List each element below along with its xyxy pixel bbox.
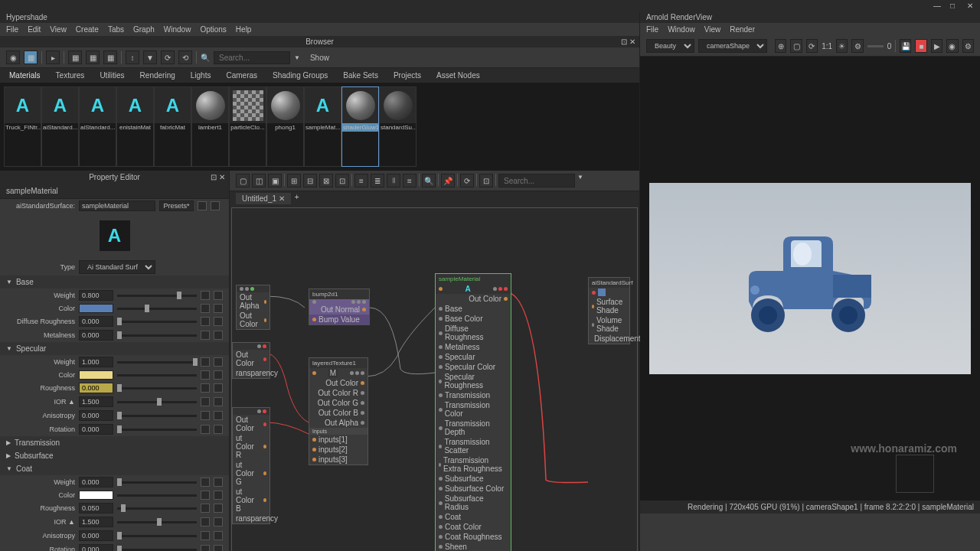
graph-tool2-icon[interactable]: ◫ bbox=[252, 174, 266, 187]
render-save-icon[interactable]: 💾 bbox=[900, 39, 911, 53]
search-input[interactable] bbox=[214, 51, 290, 64]
graph-layout2-icon[interactable]: ≣ bbox=[371, 174, 384, 187]
material-swatch[interactable]: AaiStandard... bbox=[79, 86, 116, 167]
tab-shading-groups[interactable]: Shading Groups bbox=[270, 70, 331, 81]
menu-view[interactable]: View bbox=[50, 25, 67, 34]
graph-layout3-icon[interactable]: ⫴ bbox=[387, 174, 400, 187]
menu-tabs[interactable]: Tabs bbox=[108, 25, 124, 34]
arnold-menu-view[interactable]: View bbox=[704, 25, 721, 34]
browser-dock-icon[interactable]: ⊡ bbox=[621, 37, 627, 46]
material-swatch[interactable]: ATruck_FINtr... bbox=[4, 86, 41, 167]
material-swatch[interactable]: phong1 bbox=[266, 86, 304, 167]
arnold-menu-window[interactable]: Window bbox=[668, 25, 695, 34]
material-swatch[interactable]: AsampleMat... bbox=[304, 86, 341, 167]
render-stop-icon[interactable]: ■ bbox=[915, 39, 926, 53]
spec-roughness-input[interactable] bbox=[79, 383, 113, 393]
node-bump2d[interactable]: bump2d1 Out Normal Bump Value bbox=[309, 289, 370, 325]
base-color-swatch[interactable] bbox=[79, 304, 113, 313]
tool-sort-icon[interactable]: ↕ bbox=[126, 51, 139, 64]
tab-rendering[interactable]: Rendering bbox=[137, 70, 178, 81]
render-play-icon[interactable]: ▶ bbox=[931, 39, 942, 53]
tool-material-icon[interactable]: ▦ bbox=[24, 51, 38, 64]
node-layered-texture[interactable]: layeredTexture1 M Out Color Out Color R … bbox=[309, 357, 368, 465]
node-shading-group[interactable]: aiStandardSurf Surface Shade Volume Shad… bbox=[588, 277, 630, 344]
diffuse-roughness-input[interactable] bbox=[79, 316, 113, 327]
tool-more-icon[interactable]: ⟲ bbox=[178, 51, 192, 64]
tab-materials[interactable]: Materials bbox=[6, 70, 44, 81]
maximize-button[interactable]: □ bbox=[950, 2, 959, 11]
metalness-input[interactable] bbox=[79, 330, 113, 341]
graph-tool5-icon[interactable]: ⊟ bbox=[303, 174, 317, 187]
tool-node-icon[interactable]: ◉ bbox=[6, 51, 20, 64]
tool-grid1-icon[interactable]: ▦ bbox=[68, 51, 82, 64]
section-specular[interactable]: ▼Specular bbox=[0, 342, 229, 355]
type-dropdown[interactable]: Ai Standard Surface bbox=[79, 260, 155, 274]
graph-tool1-icon[interactable]: ▢ bbox=[236, 174, 250, 187]
graph-tool7-icon[interactable]: ⊡ bbox=[335, 174, 349, 187]
surface-name-input[interactable] bbox=[79, 201, 155, 211]
render-ratio[interactable]: 1:1 bbox=[822, 42, 832, 51]
section-transmission[interactable]: ▶Transmission bbox=[0, 436, 229, 449]
material-swatch[interactable]: standardSu... bbox=[379, 86, 416, 167]
aov-dropdown[interactable]: Beauty bbox=[646, 39, 694, 53]
focus-icon[interactable] bbox=[198, 201, 207, 210]
material-swatch[interactable]: shaderGlow1 bbox=[341, 86, 379, 167]
close-button[interactable]: ✕ bbox=[967, 2, 976, 11]
node-file2[interactable]: Out Color ransparency bbox=[232, 342, 270, 379]
tab-lights[interactable]: Lights bbox=[188, 70, 214, 81]
graph-sync-icon[interactable]: ⟳ bbox=[460, 174, 474, 187]
node-file1[interactable]: Out Alpha Out Color bbox=[236, 285, 270, 330]
coat-color-swatch[interactable] bbox=[79, 491, 113, 500]
material-swatch[interactable]: AenistainMat bbox=[116, 86, 154, 167]
render-ipr-icon[interactable]: ◉ bbox=[946, 39, 958, 53]
map-icon[interactable] bbox=[201, 291, 210, 300]
coat-aniso-input[interactable] bbox=[79, 530, 113, 541]
graph-frame-icon[interactable]: ⊡ bbox=[479, 174, 493, 187]
tab-utilities[interactable]: Utilities bbox=[96, 70, 127, 81]
spec-ior-input[interactable] bbox=[79, 396, 113, 407]
render-refresh-icon[interactable]: ⟳ bbox=[806, 39, 818, 53]
material-swatch[interactable]: AaiStandard... bbox=[41, 86, 79, 167]
tool-io-icon[interactable]: ▸ bbox=[46, 51, 60, 64]
graph-layout1-icon[interactable]: ≡ bbox=[354, 174, 368, 187]
graph-tool3-icon[interactable]: ▣ bbox=[268, 174, 282, 187]
node-sample-material[interactable]: sampleMaterial A Out Color BaseBase Colo… bbox=[435, 273, 511, 551]
render-exposure-icon[interactable]: ☀ bbox=[836, 39, 848, 53]
menu-create[interactable]: Create bbox=[76, 25, 99, 34]
tab-cameras[interactable]: Cameras bbox=[223, 70, 260, 81]
tool-refresh-icon[interactable]: ⟳ bbox=[161, 51, 175, 64]
prop-close-icon[interactable]: ✕ bbox=[219, 173, 225, 181]
node-file3[interactable]: Out Color ut Color R ut Color G ut Color… bbox=[232, 407, 270, 524]
material-swatch[interactable]: lambert1 bbox=[191, 86, 229, 167]
section-base[interactable]: ▼Base bbox=[0, 276, 229, 289]
arnold-menu-file[interactable]: File bbox=[646, 25, 658, 34]
base-weight-slider[interactable] bbox=[117, 295, 197, 297]
graph-add-tab[interactable]: + bbox=[295, 193, 299, 204]
tool-grid3-icon[interactable]: ▦ bbox=[103, 51, 117, 64]
arnold-menu-render[interactable]: Render bbox=[730, 25, 755, 34]
prop-dock-icon[interactable]: ⊡ bbox=[211, 173, 217, 181]
tool-filter-icon[interactable]: ▼ bbox=[143, 51, 157, 64]
tab-projects[interactable]: Projects bbox=[390, 70, 424, 81]
menu-window[interactable]: Window bbox=[164, 25, 191, 34]
menu-options[interactable]: Options bbox=[200, 25, 226, 34]
graph-layout4-icon[interactable]: ≡ bbox=[403, 174, 416, 187]
tab-bake-sets[interactable]: Bake Sets bbox=[340, 70, 381, 81]
exposure-slider[interactable] bbox=[867, 45, 884, 47]
base-weight-input[interactable] bbox=[79, 290, 113, 301]
minimize-button[interactable]: — bbox=[933, 2, 942, 11]
material-swatch[interactable]: particleClo... bbox=[229, 86, 266, 167]
browser-close-icon[interactable]: ✕ bbox=[629, 37, 635, 46]
show-label[interactable]: Show bbox=[310, 54, 329, 62]
graph-tab[interactable]: Untitled_1 ✕ bbox=[236, 193, 291, 204]
presets-button[interactable]: Presets* bbox=[159, 201, 194, 211]
tool-grid2-icon[interactable]: ▦ bbox=[86, 51, 100, 64]
render-crop-icon[interactable]: ▢ bbox=[790, 39, 802, 53]
coat-rough-input[interactable] bbox=[79, 503, 113, 514]
spec-weight-input[interactable] bbox=[79, 357, 113, 367]
material-swatch[interactable]: AfabricMat bbox=[154, 86, 191, 167]
graph-tool6-icon[interactable]: ⊠ bbox=[319, 174, 333, 187]
spec-rot-input[interactable] bbox=[79, 424, 113, 435]
render-gear-icon[interactable]: ⚙ bbox=[851, 39, 863, 53]
coat-ior-input[interactable] bbox=[79, 517, 113, 527]
